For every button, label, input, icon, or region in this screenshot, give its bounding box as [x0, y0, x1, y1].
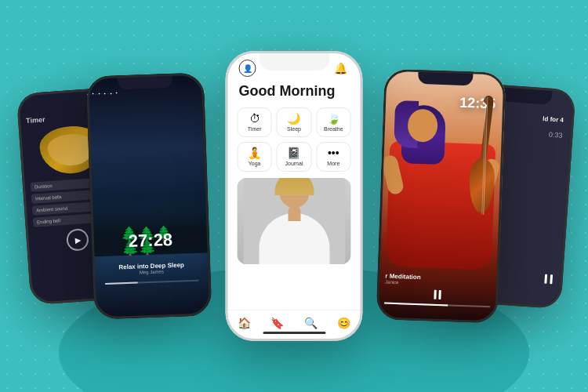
sleep-icon: 🌙 [287, 113, 300, 124]
notch-p3 [259, 53, 329, 71]
notch-p4 [417, 70, 473, 85]
category-timer[interactable]: ⏱ Timer [238, 107, 272, 137]
ending-label: Ending bell [37, 218, 60, 224]
phones-container: Timer Duration Me Interval bells Ambient… [0, 0, 588, 392]
featured-person-bg [238, 178, 351, 264]
category-more[interactable]: ••• More [316, 142, 350, 172]
phone-sleep: ✦ · ✦ · · ✦ · ✦ · · ✦ · ✦ 27:28 Relax in… [86, 72, 212, 319]
phone5-bar-2 [550, 274, 553, 284]
breathe-label: Breathe [324, 126, 343, 132]
category-breathe[interactable]: 🍃 Breathe [316, 107, 350, 137]
yoga-label: Yoga [249, 161, 261, 166]
journal-icon: 📓 [287, 147, 300, 158]
interval-label: Interval bells [35, 194, 62, 201]
pause-bar-1 [434, 290, 436, 299]
phone5-bar-1 [544, 274, 547, 284]
nav-bookmark[interactable]: 🔖 [270, 317, 284, 329]
phone-home-center: 👤 🔔 Good Morning ⏱ Timer 🌙 Sleep 🍃 Breat… [226, 51, 363, 341]
phone2-time: 27:28 [92, 228, 210, 252]
play-button[interactable] [66, 228, 89, 252]
nav-search[interactable]: 🔍 [304, 317, 318, 329]
home-indicator [263, 332, 325, 334]
notch-p2 [118, 74, 173, 89]
timer-icon: ⏱ [249, 113, 260, 124]
featured-card[interactable] [238, 178, 351, 264]
pause-bar-2 [438, 290, 441, 299]
more-icon: ••• [328, 147, 339, 158]
ambient-label: Ambient sound [36, 206, 67, 213]
bell-icon[interactable]: 🔔 [332, 60, 350, 77]
category-yoga[interactable]: 🧘 Yoga [238, 142, 272, 172]
profile-icon[interactable]: 👤 [239, 60, 256, 77]
nav-profile[interactable]: 😊 [337, 317, 350, 329]
categories-grid: ⏱ Timer 🌙 Sleep 🍃 Breathe 🧘 Yoga 📓 [228, 107, 361, 178]
more-label: More [327, 161, 339, 166]
breathe-icon: 🍃 [327, 113, 340, 124]
phone3-screen: 👤 🔔 Good Morning ⏱ Timer 🌙 Sleep 🍃 Breat… [228, 53, 361, 339]
phone-musician: 12:35 r Meditation Janice [376, 68, 506, 323]
timer-label: Timer [248, 126, 262, 132]
stars: ✦ · ✦ · · ✦ · ✦ · · ✦ · ✦ [86, 88, 206, 170]
phone5-controls[interactable] [544, 274, 553, 285]
greeting-text: Good Morning [228, 77, 361, 107]
pause-button[interactable] [434, 290, 441, 299]
category-journal[interactable]: 📓 Journal [277, 142, 311, 172]
bottom-nav: 🏠 🔖 🔍 😊 [228, 310, 361, 339]
yoga-icon: 🧘 [248, 147, 261, 158]
category-sleep[interactable]: 🌙 Sleep [277, 107, 311, 137]
journal-label: Journal [285, 161, 303, 166]
sleep-label: Sleep [287, 126, 301, 132]
nav-home[interactable]: 🏠 [238, 317, 251, 329]
duration-label: Duration [34, 183, 53, 190]
